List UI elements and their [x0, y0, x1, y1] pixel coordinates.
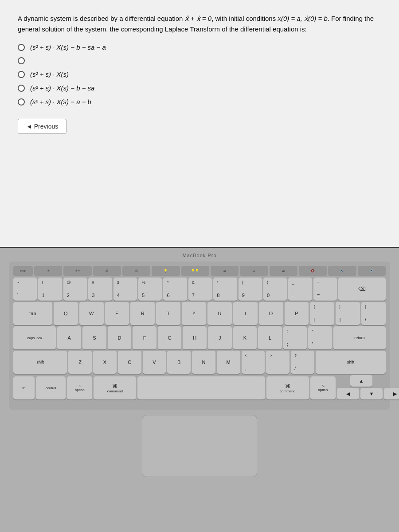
- number-row: ~` !1 @2 #3 $4 %5 ^6 &7: [13, 278, 386, 301]
- v-key[interactable]: V: [143, 351, 166, 374]
- y-key[interactable]: Y: [182, 302, 206, 325]
- 2-key[interactable]: @2: [63, 278, 87, 301]
- period-key[interactable]: >.: [266, 351, 289, 374]
- 1-key[interactable]: !1: [38, 278, 62, 301]
- caps-lock-key[interactable]: caps lock: [13, 326, 56, 349]
- right-option-key[interactable]: ⌥ option: [310, 376, 336, 399]
- option-4-text: (s² + s) · X(s) − b − sa: [30, 84, 94, 92]
- backtick-key[interactable]: ~`: [13, 278, 37, 301]
- space-key[interactable]: [137, 376, 265, 399]
- a-key[interactable]: A: [57, 326, 81, 349]
- right-command-key[interactable]: ⌘ command: [266, 376, 309, 399]
- slash-key[interactable]: ?/: [291, 351, 314, 374]
- control-key[interactable]: control: [36, 376, 66, 399]
- left-arrow-key[interactable]: ◀: [337, 388, 359, 399]
- f9-key[interactable]: ⏭: [270, 266, 297, 276]
- fn-row: esc ☀ ☀☀ ⊞ ⊟ 💡 💡💡 ⏮ ⏯ ⏭ 🔇 🔉 🔊: [13, 266, 386, 276]
- z-key[interactable]: Z: [68, 351, 92, 374]
- f2-key[interactable]: ☀☀: [63, 266, 91, 276]
- quote-key[interactable]: "': [308, 326, 332, 349]
- f1-key[interactable]: ☀: [34, 266, 62, 276]
- 9-key[interactable]: (9: [239, 278, 262, 301]
- g-key[interactable]: G: [158, 326, 182, 349]
- lbracket-key[interactable]: {[: [310, 302, 334, 325]
- radio-4[interactable]: [18, 85, 25, 92]
- equals-key[interactable]: +=: [313, 278, 337, 301]
- w-key[interactable]: W: [79, 302, 104, 325]
- h-key[interactable]: H: [183, 326, 207, 349]
- left-option-key[interactable]: ⌥ option: [67, 376, 92, 399]
- n-key[interactable]: N: [192, 351, 215, 374]
- b-key[interactable]: B: [167, 351, 191, 374]
- right-arrow-key[interactable]: ▶: [384, 388, 399, 399]
- modifier-row: fn control ⌥ option ⌘ command ⌘ command …: [13, 375, 386, 399]
- option-2[interactable]: [18, 57, 381, 64]
- f12-key[interactable]: 🔊: [358, 266, 386, 276]
- tab-key[interactable]: tab: [13, 302, 52, 325]
- esc-key[interactable]: esc: [13, 266, 33, 276]
- r-key[interactable]: R: [130, 302, 155, 325]
- 8-key[interactable]: *8: [213, 278, 237, 301]
- left-shift-key[interactable]: shift: [13, 351, 67, 374]
- q-key[interactable]: Q: [54, 302, 78, 325]
- 6-key[interactable]: ^6: [163, 278, 187, 301]
- d-key[interactable]: D: [108, 326, 132, 349]
- backslash-key[interactable]: |\: [361, 302, 386, 325]
- rbracket-key[interactable]: }]: [336, 302, 360, 325]
- s-key[interactable]: S: [82, 326, 106, 349]
- fn-key[interactable]: fn: [13, 376, 35, 399]
- t-key[interactable]: T: [156, 302, 180, 325]
- e-key[interactable]: E: [105, 302, 129, 325]
- f3-key[interactable]: ⊞: [93, 266, 121, 276]
- f10-key[interactable]: 🔇: [299, 266, 327, 276]
- radio-5[interactable]: [18, 98, 25, 106]
- option-1[interactable]: (s² + s) · X(s) − b − sa − a: [18, 43, 381, 51]
- keyboard: esc ☀ ☀☀ ⊞ ⊟ 💡 💡💡 ⏮ ⏯ ⏭ 🔇 🔉 🔊 ~` !1 @2: [9, 262, 390, 410]
- f8-key[interactable]: ⏯: [240, 266, 268, 276]
- f11-key[interactable]: 🔉: [328, 266, 356, 276]
- x-key[interactable]: X: [93, 351, 117, 374]
- f6-key[interactable]: 💡💡: [181, 266, 209, 276]
- minus-key[interactable]: _-: [288, 278, 312, 301]
- 7-key[interactable]: &7: [188, 278, 212, 301]
- f4-key[interactable]: ⊟: [122, 266, 150, 276]
- radio-2[interactable]: [18, 57, 25, 64]
- semicolon-key[interactable]: :;: [283, 326, 307, 349]
- u-key[interactable]: U: [207, 302, 232, 325]
- 5-key[interactable]: %5: [138, 278, 162, 301]
- l-key[interactable]: L: [258, 326, 282, 349]
- down-arrow-key[interactable]: ▼: [360, 388, 383, 399]
- return-key[interactable]: return: [333, 326, 386, 349]
- c-key[interactable]: C: [118, 351, 141, 374]
- 0-key[interactable]: )0: [263, 278, 287, 301]
- zxcv-row: shift Z X C V B N M <, >. ?/ shift: [13, 351, 386, 374]
- option-5-text: (s² + s) · X(s) − a − b: [30, 98, 91, 106]
- left-command-key[interactable]: ⌘ command: [94, 376, 136, 399]
- option-4[interactable]: (s² + s) · X(s) − b − sa: [18, 84, 381, 92]
- up-arrow-key[interactable]: ▲: [350, 375, 372, 387]
- option-3[interactable]: (s² + s) · X(s): [18, 70, 381, 78]
- radio-1[interactable]: [18, 44, 25, 51]
- k-key[interactable]: K: [233, 326, 257, 349]
- asdf-row: caps lock A S D F G H J K L :; "' return: [13, 326, 386, 349]
- radio-3[interactable]: [18, 71, 25, 78]
- o-key[interactable]: O: [259, 302, 283, 325]
- question-text: A dynamic system is described by a diffe…: [18, 13, 381, 35]
- comma-key[interactable]: <,: [242, 351, 265, 374]
- right-shift-key[interactable]: shift: [316, 351, 386, 374]
- 3-key[interactable]: #3: [88, 278, 112, 301]
- backspace-key[interactable]: ⌫: [338, 278, 386, 301]
- laptop-body: MacBook Pro esc ☀ ☀☀ ⊞ ⊟ 💡 💡💡 ⏮ ⏯ ⏭ 🔇 🔉 …: [0, 248, 399, 532]
- qwerty-row: tab Q W E R T Y U I O P {[ }] |\: [13, 302, 386, 325]
- f5-key[interactable]: 💡: [152, 266, 180, 276]
- f-key[interactable]: F: [133, 326, 156, 349]
- previous-button[interactable]: ◄ Previous: [18, 119, 66, 134]
- m-key[interactable]: M: [217, 351, 240, 374]
- i-key[interactable]: I: [233, 302, 258, 325]
- j-key[interactable]: J: [208, 326, 232, 349]
- option-5[interactable]: (s² + s) · X(s) − a − b: [18, 98, 381, 106]
- f7-key[interactable]: ⏮: [211, 266, 239, 276]
- 4-key[interactable]: $4: [113, 278, 137, 301]
- trackpad[interactable]: [142, 415, 257, 477]
- p-key[interactable]: P: [285, 302, 309, 325]
